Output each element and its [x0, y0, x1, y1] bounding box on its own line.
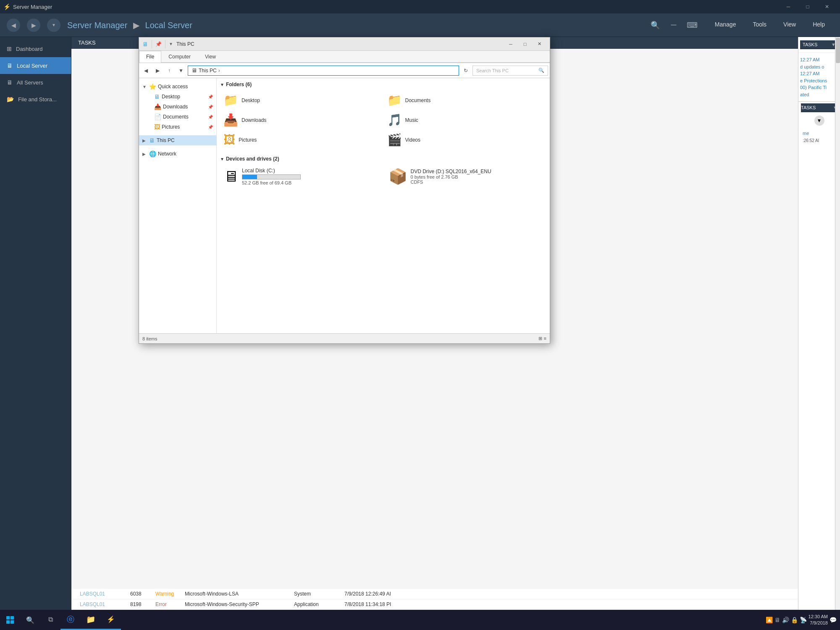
tab-computer[interactable]: Computer	[161, 51, 198, 62]
folder-documents[interactable]: 📁 Documents	[384, 91, 547, 110]
exp-body: ▼ ⭐ Quick access 🖥 Desktop 📌	[139, 78, 550, 333]
keyboard-icon[interactable]: ⌨	[685, 18, 700, 33]
start-button[interactable]	[0, 610, 20, 630]
address-text: This PC	[199, 68, 217, 74]
sidebar-item-local-server[interactable]: 🖥 Local Server	[0, 57, 71, 74]
nav-this-pc[interactable]: ▶ 🖥 This PC	[139, 135, 216, 145]
view-icons: ⊞ ≡	[538, 336, 546, 341]
menu-manage[interactable]: Manage	[706, 13, 745, 37]
list-view-icon[interactable]: ⊞	[538, 336, 542, 341]
scrollbar-right[interactable]	[835, 37, 840, 610]
folder-pictures[interactable]: 🖼 Pictures	[220, 130, 383, 149]
action-center-icon[interactable]: 💬	[830, 617, 837, 623]
right-tasks-header2: TASKS ▼	[801, 103, 837, 112]
app-title: Server Manager	[13, 4, 779, 10]
taskbar-task-view[interactable]: ⧉	[40, 610, 60, 630]
exp-close-button[interactable]: ✕	[532, 38, 546, 50]
refresh-button[interactable]: ↻	[461, 66, 471, 76]
sidebar-item-dashboard[interactable]: ⊞ Dashboard	[0, 40, 71, 57]
nav-recent-button[interactable]: ▼	[176, 66, 186, 76]
taskbar-time[interactable]: 12:30 AM 7/9/2018	[808, 614, 828, 627]
back-button[interactable]: ◀	[7, 18, 20, 32]
log-server-1: LABSQL01	[76, 591, 127, 597]
minimize-icon[interactable]: ─	[666, 18, 681, 33]
expand-circle-icon[interactable]: ▼	[814, 116, 824, 126]
notification-icon[interactable]: 🔼	[766, 617, 773, 623]
close-button[interactable]: ✕	[817, 0, 837, 13]
taskbar-explorer-button[interactable]: 📁	[81, 610, 101, 630]
device-c-drive[interactable]: 🖥 Local Disk (C:) 52.2 GB free of 69.4 G…	[220, 165, 382, 188]
folders-grid: 📁 Desktop 📁 Documents 📥 Downloads	[220, 91, 546, 149]
taskbar-search-button[interactable]: 🔍	[20, 610, 40, 630]
nav-pictures[interactable]: 🖼 Pictures 📌	[139, 122, 216, 132]
pictures-folder-icon: 🖼	[154, 124, 160, 130]
taskbar-sm-button[interactable]: ⚡	[101, 610, 121, 630]
device-dvd-fs: CDFS	[411, 179, 491, 185]
address-bar[interactable]: 🖥 This PC ›	[188, 66, 459, 76]
folder-music[interactable]: 🎵 Music	[384, 111, 547, 129]
maximize-button[interactable]: □	[798, 0, 817, 13]
svg-rect-1	[10, 616, 14, 619]
right-panel-content: 12:27 AM d updates o 12:27 AM e Protecti…	[798, 53, 840, 101]
device-dvd-name: DVD Drive (D:) SQL2016_x64_ENU	[411, 169, 491, 174]
sm-menu: Manage Tools View Help	[706, 13, 833, 37]
quick-access-label: Quick access	[158, 84, 188, 90]
tab-file[interactable]: File	[139, 51, 161, 63]
sidebar-item-all-servers[interactable]: 🖥 All Servers	[0, 74, 71, 91]
folder-desktop-name: Desktop	[242, 98, 260, 103]
this-pc-nav-icon: 🖥	[149, 137, 155, 144]
menu-view[interactable]: View	[775, 13, 804, 37]
network-section: ▶ 🌐 Network	[139, 147, 216, 161]
folder-videos[interactable]: 🎬 Videos	[384, 130, 547, 149]
breadcrumb: Server Manager ▶ Local Server	[67, 20, 641, 30]
network-tray-icon[interactable]: 🖥	[774, 617, 780, 623]
explorer-window: 🖥 📌 ▼ This PC ─ □ ✕	[139, 37, 550, 344]
expand-icon-container: ▼	[801, 112, 837, 129]
dropdown-button[interactable]: ▼	[47, 18, 60, 32]
nav-back-button[interactable]: ◀	[141, 66, 151, 76]
log-date-2: 7/8/2018 11:34:18 PI	[341, 601, 425, 607]
exp-maximize-button[interactable]: □	[518, 38, 532, 50]
right-bottom-time: :26:52 Al	[801, 137, 837, 144]
devices-section-header[interactable]: ▼ Devices and drives (2)	[220, 156, 546, 162]
menu-tools[interactable]: Tools	[744, 13, 775, 37]
log-text-4: ated	[800, 91, 838, 98]
security-tray-icon[interactable]: 🔒	[791, 617, 798, 623]
folder-downloads[interactable]: 📥 Downloads	[220, 111, 383, 129]
volume-icon[interactable]: 🔊	[782, 617, 789, 623]
log-row-2[interactable]: LABSQL01 8198 Error Microsoft-Windows-Se…	[71, 599, 798, 610]
device-dvd-drive[interactable]: 📦 DVD Drive (D:) SQL2016_x64_ENU 0 bytes…	[385, 165, 547, 188]
log-row-1[interactable]: LABSQL01 6038 Warning Microsoft-Windows-…	[71, 589, 798, 599]
address-chevron: ›	[218, 68, 220, 74]
exp-minimize-button[interactable]: ─	[504, 38, 518, 50]
nav-downloads[interactable]: 📥 Downloads 📌	[139, 102, 216, 112]
sidebar-item-file-storage[interactable]: 📂 File and Stora...	[0, 91, 71, 108]
folders-section-header[interactable]: ▼ Folders (6)	[220, 82, 546, 87]
exp-content: ▼ Folders (6) 📁 Desktop 📁 Documents	[217, 78, 550, 333]
device-c-name: Local Disk (C:)	[242, 168, 301, 174]
servers-icon: 🖥	[7, 79, 13, 86]
nav-documents[interactable]: 📄 Documents 📌	[139, 112, 216, 122]
minimize-button[interactable]: ─	[779, 0, 798, 13]
nav-network[interactable]: ▶ 🌐 Network	[139, 149, 216, 159]
menu-help[interactable]: Help	[804, 13, 833, 37]
network-tray-icon2[interactable]: 📡	[800, 617, 807, 623]
forward-button[interactable]: ▶	[27, 18, 40, 32]
search-box[interactable]: Search This PC 🔍	[472, 66, 548, 76]
log-source-2: Microsoft-Windows-Security-SPP	[181, 601, 291, 607]
quick-access-header[interactable]: ▼ ⭐ Quick access	[139, 82, 216, 92]
taskbar-ie-button[interactable]: ⓔ	[60, 610, 81, 630]
nav-this-pc-label: This PC	[157, 137, 175, 143]
breadcrumb-sep: ▶	[133, 21, 142, 30]
search-icon[interactable]: 🔍	[648, 18, 663, 33]
nav-desktop[interactable]: 🖥 Desktop 📌	[139, 92, 216, 102]
nav-pictures-label: Pictures	[162, 124, 180, 130]
detail-view-icon[interactable]: ≡	[544, 336, 546, 341]
log-id-2: 8198	[127, 601, 152, 607]
nav-up-button[interactable]: ↑	[164, 66, 174, 76]
tab-view[interactable]: View	[198, 51, 223, 62]
pin-icon3: 📌	[208, 115, 213, 119]
folder-desktop[interactable]: 📁 Desktop	[220, 91, 383, 110]
nav-forward-button[interactable]: ▶	[152, 66, 163, 76]
log-text-3: 00) Pacific Ti	[800, 84, 838, 91]
